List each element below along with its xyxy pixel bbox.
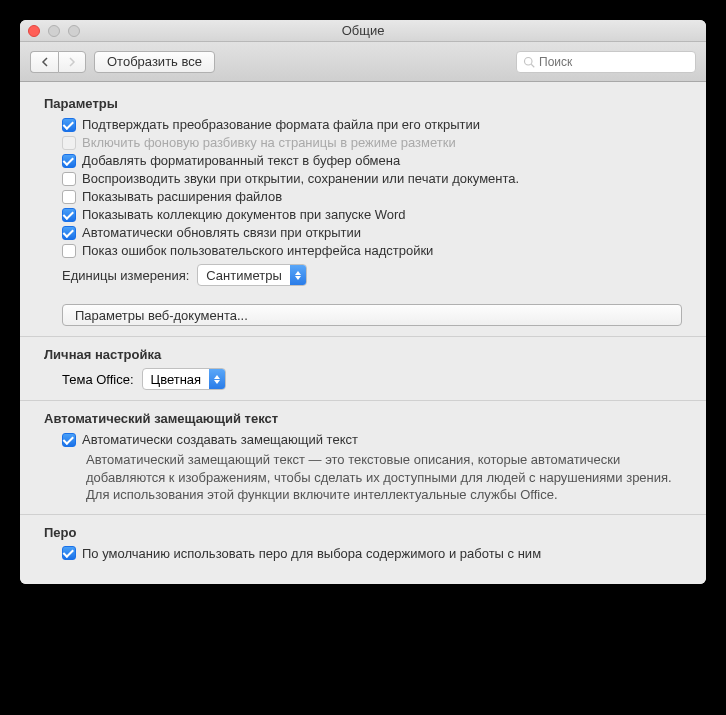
search-icon: [523, 56, 535, 68]
option-show-extensions[interactable]: Показывать расширения файлов: [62, 189, 682, 204]
alttext-heading: Автоматический замещающий текст: [44, 411, 682, 426]
nav-group: [30, 51, 86, 73]
chevron-right-icon: [68, 57, 76, 67]
option-label: Воспроизводить звуки при открытии, сохра…: [82, 171, 519, 186]
option-label: Показывать коллекцию документов при запу…: [82, 207, 406, 222]
option-auto-update-links[interactable]: Автоматически обновлять связи при открыт…: [62, 225, 682, 240]
back-button[interactable]: [30, 51, 58, 73]
option-label: Показ ошибок пользовательского интерфейс…: [82, 243, 433, 258]
close-window-button[interactable]: [28, 25, 40, 37]
preferences-window: Общие Отобразить все Параметры: [20, 20, 706, 584]
search-field[interactable]: [516, 51, 696, 73]
web-document-params-button[interactable]: Параметры веб-документа...: [62, 304, 682, 326]
chevron-left-icon: [41, 57, 49, 67]
option-auto-alttext[interactable]: Автоматически создавать замещающий текст: [62, 432, 682, 447]
separator: [20, 336, 706, 337]
units-select[interactable]: Сантиметры: [197, 264, 306, 286]
web-doc-label: Параметры веб-документа...: [75, 308, 248, 323]
option-label: Добавлять форматированный текст в буфер …: [82, 153, 400, 168]
theme-row: Тема Office: Цветная: [44, 368, 682, 390]
select-arrows-icon: [209, 369, 225, 389]
svg-point-0: [525, 57, 533, 65]
checkbox-icon: [62, 136, 76, 150]
units-label: Единицы измерения:: [62, 268, 189, 283]
show-all-button[interactable]: Отобразить все: [94, 51, 215, 73]
checkbox-icon: [62, 118, 76, 132]
checkbox-icon: [62, 244, 76, 258]
option-pen-select[interactable]: По умолчанию использовать перо для выбор…: [62, 546, 682, 561]
theme-select[interactable]: Цветная: [142, 368, 227, 390]
personal-heading: Личная настройка: [44, 347, 682, 362]
params-options: Подтверждать преобразование формата файл…: [44, 117, 682, 286]
traffic-lights: [28, 25, 80, 37]
checkbox-icon: [62, 190, 76, 204]
alttext-description: Автоматический замещающий текст — это те…: [44, 451, 682, 504]
theme-value: Цветная: [151, 372, 202, 387]
option-background-pagination: Включить фоновую разбивку на страницы в …: [62, 135, 682, 150]
units-value: Сантиметры: [206, 268, 281, 283]
checkbox-icon: [62, 546, 76, 560]
option-formatted-clipboard[interactable]: Добавлять форматированный текст в буфер …: [62, 153, 682, 168]
content: Параметры Подтверждать преобразование фо…: [20, 82, 706, 584]
checkbox-icon: [62, 226, 76, 240]
pen-heading: Перо: [44, 525, 682, 540]
params-heading: Параметры: [44, 96, 682, 111]
option-play-sounds[interactable]: Воспроизводить звуки при открытии, сохра…: [62, 171, 682, 186]
toolbar: Отобразить все: [20, 42, 706, 82]
separator: [20, 400, 706, 401]
minimize-window-button[interactable]: [48, 25, 60, 37]
option-label: Показывать расширения файлов: [82, 189, 282, 204]
checkbox-icon: [62, 172, 76, 186]
option-label: По умолчанию использовать перо для выбор…: [82, 546, 541, 561]
option-label: Автоматически обновлять связи при открыт…: [82, 225, 361, 240]
checkbox-icon: [62, 433, 76, 447]
option-addin-errors[interactable]: Показ ошибок пользовательского интерфейс…: [62, 243, 682, 258]
zoom-window-button[interactable]: [68, 25, 80, 37]
separator: [20, 514, 706, 515]
theme-label: Тема Office:: [62, 372, 134, 387]
option-label: Подтверждать преобразование формата файл…: [82, 117, 480, 132]
checkbox-icon: [62, 154, 76, 168]
option-confirm-format[interactable]: Подтверждать преобразование формата файл…: [62, 117, 682, 132]
units-row: Единицы измерения: Сантиметры: [62, 264, 682, 286]
checkbox-icon: [62, 208, 76, 222]
option-label: Автоматически создавать замещающий текст: [82, 432, 358, 447]
show-all-label: Отобразить все: [107, 54, 202, 69]
select-arrows-icon: [290, 265, 306, 285]
forward-button[interactable]: [58, 51, 86, 73]
titlebar: Общие: [20, 20, 706, 42]
search-input[interactable]: [539, 55, 689, 69]
svg-line-1: [531, 64, 534, 67]
option-show-gallery[interactable]: Показывать коллекцию документов при запу…: [62, 207, 682, 222]
window-title: Общие: [20, 23, 706, 38]
option-label: Включить фоновую разбивку на страницы в …: [82, 135, 456, 150]
